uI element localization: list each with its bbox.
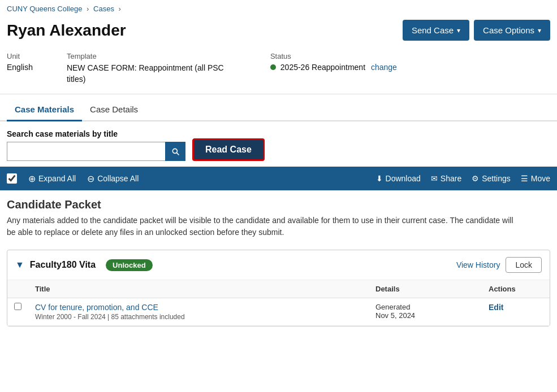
- move-button[interactable]: ☰ Move: [521, 174, 550, 183]
- search-input-row: [7, 142, 185, 161]
- collapse-all-icon: ⊖: [87, 173, 94, 184]
- row-title-cell: CV for tenure, promotion, and CCE Winter…: [28, 298, 369, 326]
- page-title: Ryan Alexander: [7, 21, 126, 40]
- template-value: NEW CASE FORM: Reappointment (all PSC ti…: [67, 63, 236, 85]
- col-actions-header: Actions: [482, 280, 550, 298]
- search-input[interactable]: [7, 142, 165, 161]
- breadcrumb: CUNY Queens College › Cases ›: [0, 0, 557, 18]
- settings-icon: ⚙: [472, 174, 479, 183]
- expand-all-icon: ⊕: [28, 173, 36, 184]
- view-history-link[interactable]: View History: [456, 260, 500, 269]
- toolbar: ⊕ Expand All ⊖ Collapse All ⬇ Download ✉…: [0, 167, 557, 190]
- breadcrumb-institution[interactable]: CUNY Queens College: [7, 5, 82, 13]
- faculty-collapse-icon[interactable]: ▼: [15, 260, 24, 270]
- faculty-header: ▼ Faculty180 Vita Unlocked View History …: [7, 250, 550, 280]
- unit-label: Unit: [7, 52, 33, 60]
- unlocked-badge: Unlocked: [106, 259, 153, 271]
- read-case-button[interactable]: Read Case: [192, 138, 265, 161]
- status-change-link[interactable]: change: [371, 63, 397, 72]
- breadcrumb-sep2: ›: [119, 5, 121, 13]
- faculty-header-actions: View History Lock: [456, 257, 542, 273]
- faculty-section: ▼ Faculty180 Vita Unlocked View History …: [7, 250, 550, 326]
- meta-unit: Unit English: [7, 52, 33, 85]
- details-line2: Nov 5, 2024: [375, 311, 415, 320]
- row-details-cell: Generated Nov 5, 2024: [369, 298, 482, 326]
- share-button[interactable]: ✉ Share: [431, 174, 461, 183]
- toolbar-actions: ⬇ Download ✉ Share ⚙ Settings ☰ Move: [376, 174, 550, 183]
- search-label: Search case materials by title: [7, 129, 185, 138]
- move-icon: ☰: [521, 174, 528, 183]
- tabs-nav: Case Materials Case Details: [0, 99, 557, 121]
- cv-subtitle: Winter 2000 - Fall 2024 | 85 attachments…: [35, 313, 362, 321]
- meta-template: Template NEW CASE FORM: Reappointment (a…: [67, 52, 236, 85]
- page-header: Ryan Alexander Send Case ▾ Case Options …: [0, 18, 557, 47]
- meta-section: Unit English Template NEW CASE FORM: Rea…: [0, 47, 557, 94]
- template-label: Template: [67, 52, 236, 60]
- collapse-all-button[interactable]: ⊖ Collapse All: [87, 173, 139, 184]
- share-icon: ✉: [431, 174, 438, 183]
- status-dot-icon: [270, 64, 276, 70]
- materials-table: Title Details Actions CV for tenure, pro…: [7, 280, 550, 326]
- col-check-header: [7, 280, 28, 298]
- expand-all-button[interactable]: ⊕ Expand All: [28, 173, 76, 184]
- col-title-header: Title: [28, 280, 369, 298]
- cv-title-link[interactable]: CV for tenure, promotion, and CCE: [35, 303, 158, 312]
- search-button[interactable]: [165, 142, 185, 161]
- breadcrumb-cases[interactable]: Cases: [93, 5, 114, 13]
- candidate-packet-description: Any materials added to the candidate pac…: [0, 215, 520, 245]
- select-all-checkbox[interactable]: [7, 173, 17, 184]
- faculty-section-title: Faculty180 Vita: [30, 260, 96, 270]
- lock-button[interactable]: Lock: [506, 257, 542, 273]
- settings-button[interactable]: ⚙ Settings: [472, 174, 511, 183]
- unit-value: English: [7, 63, 33, 72]
- meta-status: Status 2025-26 Reappointment change: [270, 52, 397, 85]
- header-buttons: Send Case ▾ Case Options ▾: [403, 20, 550, 41]
- case-options-button[interactable]: Case Options ▾: [474, 20, 550, 41]
- search-area: Search case materials by title Read Case: [0, 121, 557, 167]
- case-options-chevron-icon: ▾: [538, 27, 541, 34]
- status-value: 2025-26 Reappointment change: [270, 63, 397, 72]
- tab-case-details[interactable]: Case Details: [82, 99, 146, 121]
- edit-link[interactable]: Edit: [489, 303, 503, 312]
- row-actions-cell: Edit: [482, 298, 550, 326]
- col-details-header: Details: [369, 280, 482, 298]
- details-line1: Generated: [375, 303, 410, 311]
- download-icon: ⬇: [376, 174, 383, 183]
- candidate-packet-title: Candidate Packet: [0, 190, 557, 215]
- tab-case-materials[interactable]: Case Materials: [7, 99, 82, 121]
- breadcrumb-sep1: ›: [87, 5, 89, 13]
- search-group: Search case materials by title: [7, 129, 185, 161]
- status-label: Status: [270, 52, 397, 60]
- row-checkbox[interactable]: [14, 303, 21, 310]
- send-case-chevron-icon: ▾: [457, 27, 460, 34]
- download-button[interactable]: ⬇ Download: [376, 174, 421, 183]
- search-icon: [171, 147, 180, 156]
- send-case-button[interactable]: Send Case ▾: [403, 20, 469, 41]
- table-row: CV for tenure, promotion, and CCE Winter…: [7, 298, 550, 326]
